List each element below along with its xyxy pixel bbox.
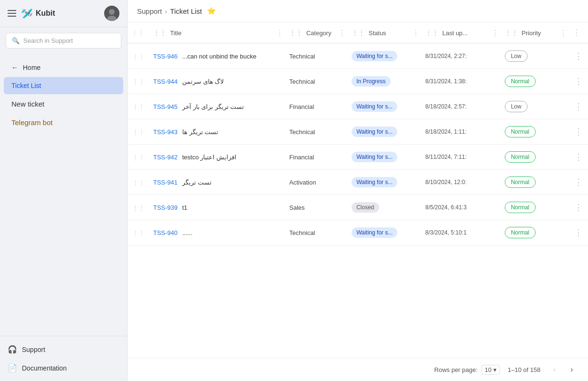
col-last-updated-label: Last up...	[442, 29, 468, 37]
col-priority-menu: ⋮⋮	[505, 29, 518, 37]
rows-per-page-value: 10	[485, 366, 491, 373]
logo-icon: 🛩️	[21, 8, 33, 19]
table-row: ⋮⋮ TSS-939 t1 Sales Closed 8/5/2024, 6:4…	[127, 195, 588, 220]
ticket-title: تست تریگر برای بار آخر	[182, 103, 244, 110]
row-drag: ⋮⋮	[127, 94, 149, 119]
status-badge: In Progress	[352, 76, 390, 87]
ticket-category: Technical	[285, 220, 348, 245]
search-placeholder: Search in Support	[23, 37, 73, 44]
ticket-id[interactable]: TSS-941	[153, 179, 177, 186]
col-title: ⋮⋮ Title ⋮	[149, 22, 285, 43]
ticket-date: 8/3/2024, 5:10:1	[421, 220, 501, 245]
breadcrumb-star[interactable]: ⭐	[207, 7, 216, 15]
row-title-cell: TSS-945 تست تریگر برای بار آخر	[149, 94, 285, 119]
ticket-date: 8/18/2024, 1:11:	[421, 119, 501, 145]
ticket-id[interactable]: TSS-946	[153, 53, 177, 60]
priority-badge: Normal	[505, 176, 536, 188]
col-status: ⋮⋮ Status ⋮	[348, 22, 421, 43]
ticket-id[interactable]: TSS-944	[153, 78, 177, 85]
col-status-menu: ⋮⋮	[352, 29, 365, 37]
row-title-cell: TSS-940 ......	[149, 220, 285, 245]
sidebar-item-home[interactable]: ← Home	[4, 59, 123, 76]
ticket-id[interactable]: TSS-940	[153, 229, 177, 236]
status-badge: Waiting for s...	[352, 101, 397, 112]
table-row: ⋮⋮ TSS-943 تست تریگر ها Technical Waitin…	[127, 119, 588, 145]
sidebar-item-ticket-list-label: Ticket List	[11, 82, 41, 89]
footer-item-documentation[interactable]: 📄 Documentation	[0, 359, 127, 377]
col-category-dots[interactable]: ⋮	[338, 28, 346, 37]
ticket-id[interactable]: TSS-942	[153, 154, 177, 161]
ticket-id[interactable]: TSS-945	[153, 103, 177, 110]
breadcrumb-current: Ticket List	[170, 7, 202, 15]
row-drag: ⋮⋮	[127, 170, 149, 195]
row-drag: ⋮⋮	[127, 43, 149, 69]
sidebar-nav: ← Home Ticket List New ticket Telegram b…	[0, 54, 127, 336]
row-actions-button[interactable]: ⋮	[569, 94, 588, 119]
logo-text: Kubit	[36, 9, 55, 18]
row-drag: ⋮⋮	[127, 119, 149, 145]
table-row: ⋮⋮ TSS-944 لاگ های سرتمن Technical In Pr…	[127, 69, 588, 94]
ticket-category: Technical	[285, 69, 348, 94]
footer-item-support[interactable]: 🎧 Support	[0, 340, 127, 359]
row-title-cell: TSS-942 افزایش اعتبار testco	[149, 145, 285, 170]
sidebar-item-new-ticket[interactable]: New ticket	[4, 95, 123, 113]
ticket-category: Technical	[285, 43, 348, 69]
ticket-priority-cell: Normal	[501, 195, 569, 220]
ticket-id[interactable]: TSS-943	[153, 128, 177, 136]
row-title-cell: TSS-943 تست تریگر ها	[149, 119, 285, 145]
sidebar-item-ticket-list[interactable]: Ticket List	[4, 77, 123, 94]
ticket-category: Sales	[285, 195, 348, 220]
col-lastupdated-dots[interactable]: ⋮	[491, 28, 499, 37]
col-title-label: Title	[170, 29, 181, 37]
ticket-priority-cell: Normal	[501, 145, 569, 170]
col-category-menu: ⋮⋮	[289, 29, 303, 37]
row-actions-button[interactable]: ⋮	[569, 170, 588, 195]
breadcrumb-parent[interactable]: Support	[137, 7, 162, 15]
col-status-dots[interactable]: ⋮	[412, 28, 420, 37]
row-actions-button[interactable]: ⋮	[569, 195, 588, 220]
sidebar: 🛩️ Kubit 🔍 Search in Support ← Home Tick…	[0, 0, 127, 381]
table-row: ⋮⋮ TSS-946 can not unbind the bucke... T…	[127, 43, 588, 69]
hamburger-icon[interactable]	[8, 10, 16, 17]
ticket-priority-cell: Normal	[501, 220, 569, 245]
prev-page-button[interactable]: ‹	[548, 363, 561, 376]
row-actions-button[interactable]: ⋮	[569, 145, 588, 170]
ticket-status-cell: Waiting for s...	[348, 119, 421, 145]
ticket-title: لاگ های سرتمن	[182, 78, 224, 85]
svg-point-1	[109, 9, 115, 15]
row-actions-button[interactable]: ⋮	[569, 119, 588, 145]
ticket-title: ......	[182, 229, 193, 236]
avatar[interactable]	[104, 6, 119, 21]
search-box[interactable]: 🔍 Search in Support	[6, 33, 121, 49]
col-lastupdated-menu: ⋮⋮	[425, 29, 439, 37]
col-drag: ⋮⋮	[127, 22, 149, 43]
ticket-date: 8/31/2024, 1:38:	[421, 69, 501, 94]
ticket-title: can not unbind the bucke...	[182, 53, 256, 60]
col-title-dots[interactable]: ⋮	[276, 28, 284, 37]
ticket-status-cell: Waiting for s...	[348, 145, 421, 170]
col-priority-dots[interactable]: ⋮	[559, 28, 567, 37]
col-actions-dots[interactable]: ⋮	[573, 29, 580, 37]
row-actions-button[interactable]: ⋮	[569, 43, 588, 69]
status-badge: Waiting for s...	[352, 227, 397, 238]
ticket-status-cell: Waiting for s...	[348, 43, 421, 69]
ticket-category: Technical	[285, 119, 348, 145]
sidebar-item-telegram-bot[interactable]: Telegram bot	[4, 114, 123, 131]
ticket-id[interactable]: TSS-939	[153, 204, 177, 211]
breadcrumb-separator: ›	[165, 7, 167, 15]
status-badge: Waiting for s...	[352, 51, 397, 61]
row-actions-button[interactable]: ⋮	[569, 220, 588, 245]
main-content: Support › Ticket List ⭐ ⋮⋮ ⋮⋮ Title ⋮ ⋮⋮	[127, 0, 588, 381]
row-actions-button[interactable]: ⋮	[569, 69, 588, 94]
sidebar-header: 🛩️ Kubit	[0, 0, 127, 27]
status-badge: Closed	[352, 202, 379, 213]
sidebar-item-new-ticket-label: New ticket	[11, 100, 44, 108]
priority-badge: Normal	[505, 76, 536, 87]
next-page-button[interactable]: ›	[565, 363, 578, 376]
priority-badge: Low	[505, 50, 528, 62]
ticket-status-cell: Waiting for s...	[348, 220, 421, 245]
ticket-priority-cell: Normal	[501, 170, 569, 195]
ticket-priority-cell: Low	[501, 94, 569, 119]
col-category-label: Category	[306, 29, 332, 37]
rows-per-page-select[interactable]: 10 ▾	[481, 365, 500, 375]
